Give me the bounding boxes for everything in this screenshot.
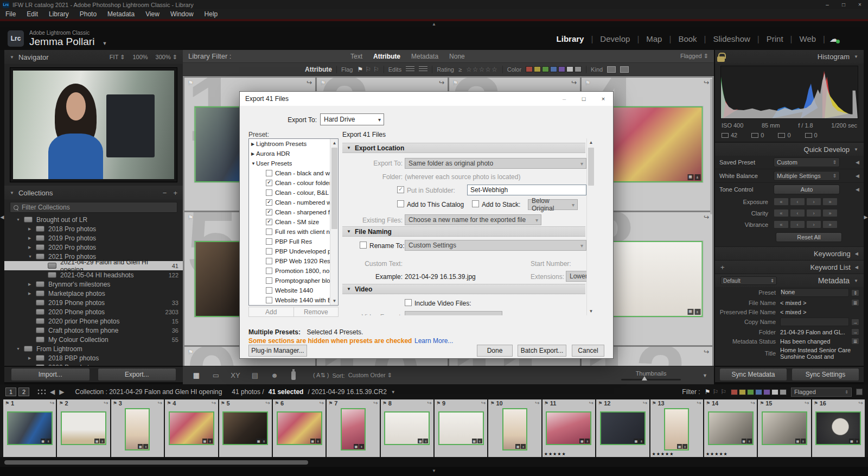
curl-badge-icon[interactable]: ↪ <box>859 400 863 406</box>
module-tab[interactable]: Slideshow <box>706 34 757 43</box>
rating-stars[interactable]: ★★★★★ <box>706 452 728 456</box>
increase-button[interactable]: › <box>806 209 821 217</box>
scrollbar-thumb[interactable] <box>331 148 337 229</box>
collection-row[interactable]: ▼ From Lightroom <box>4 344 183 353</box>
scroll-down-icon[interactable]: ▼ <box>587 307 595 315</box>
filmstrip-thumbnail[interactable]: ⚑ 11 ↪ ▦± ★★★★★ <box>542 399 595 457</box>
collection-row[interactable]: ▶ Brynmor's milestones <box>4 280 183 289</box>
flag-icon[interactable]: ⚑ <box>188 79 194 87</box>
thumbnail-photo[interactable]: ▦± <box>169 411 214 445</box>
batch-export-button[interactable]: Batch Export... <box>518 345 566 357</box>
flag-icon[interactable]: ⚑ <box>188 214 194 221</box>
curl-badge-icon[interactable]: ↪ <box>265 400 270 406</box>
collection-row[interactable]: ▶ 2019 Pro photos <box>4 233 183 243</box>
color-swatch[interactable] <box>526 66 533 72</box>
color-swatch[interactable] <box>780 389 787 395</box>
collection-row[interactable]: 2020 prior Phone photos 15 <box>4 316 183 326</box>
preset-checkbox[interactable] <box>266 238 272 245</box>
menu-item[interactable]: Window <box>165 10 199 18</box>
color-swatch[interactable] <box>739 389 746 395</box>
color-swatch[interactable] <box>575 66 582 72</box>
current-file[interactable]: / 2021-04-29 16.15.39.CR2 <box>308 388 386 396</box>
keyword-list-header[interactable]: + Keyword List ◀ <box>715 260 864 274</box>
zoom-fit[interactable]: FIT ⇕ <box>110 54 125 61</box>
filter-preset-select[interactable]: Flagged ⇕ <box>680 53 709 60</box>
module-tab[interactable]: Book <box>671 34 704 43</box>
module-tab[interactable]: Web <box>793 34 824 43</box>
minimize-icon[interactable]: – <box>819 0 835 9</box>
collections-header[interactable]: ▼ Collections − + <box>4 186 183 200</box>
zoom-300[interactable]: 300% ⇕ <box>156 54 177 61</box>
disclosure-triangle-icon[interactable]: ▼ <box>16 347 24 351</box>
flag-rejected-icon[interactable]: ⚐ <box>720 388 726 396</box>
collection-row[interactable]: ▼ Brought out of LR <box>4 215 183 224</box>
curl-badge-icon[interactable]: ↪ <box>704 213 709 221</box>
curl-badge-icon[interactable]: ↪ <box>643 400 647 406</box>
collection-row[interactable]: Craft photos from phone 36 <box>4 326 183 335</box>
rating-stars[interactable]: ★★★★★ <box>652 452 674 456</box>
preset-item[interactable]: Website 1440 with B... <box>249 295 338 305</box>
preset-checkbox[interactable] <box>266 287 272 294</box>
preset-checkbox[interactable] <box>266 219 272 225</box>
decrease-large-button[interactable]: « <box>774 220 789 229</box>
flag-icon[interactable]: ⚑ <box>59 401 63 406</box>
module-tab[interactable]: Library <box>550 34 591 43</box>
thumbnail-photo[interactable]: ▦± <box>125 408 150 450</box>
breadcrumb[interactable]: Collection : 2021-04-29 Falon and Glen H… <box>75 388 222 396</box>
filmstrip-thumbnail[interactable]: ⚑ 10 ↪ ▦± <box>488 399 541 457</box>
decrease-button[interactable]: ‹ <box>790 209 805 217</box>
metadata-value[interactable]: 21-04-29 Falon and GL.. <box>780 329 849 335</box>
preset-item[interactable]: Clean - numbered w ... <box>249 198 338 207</box>
filmstrip-thumbnail[interactable]: ⚑ 1 ↪ ▦± <box>3 399 56 457</box>
metadata-view-select[interactable]: Default⇕ <box>720 276 777 285</box>
metadata-action-icon[interactable]: ⇕ <box>851 289 859 296</box>
menu-item[interactable]: File <box>0 10 21 18</box>
dialog-titlebar[interactable]: Export 41 Files – □ × <box>240 92 613 106</box>
thumbnail-photo[interactable]: ▦± <box>277 411 322 445</box>
filmstrip-thumbnail[interactable]: ⚑ 3 ↪ ▦± <box>111 399 164 457</box>
maximize-icon[interactable]: □ <box>835 0 852 9</box>
collection-row[interactable]: ▶ 2020 Pro photos <box>4 243 183 252</box>
thumbnail-photo[interactable]: ▦± <box>664 408 689 450</box>
zoom-100[interactable]: 100% <box>132 54 148 61</box>
menu-item[interactable]: View <box>140 10 165 18</box>
metadata-value[interactable]: < mixed > <box>780 309 859 315</box>
preset-item[interactable]: PBP Undeveloped pro... <box>249 246 338 256</box>
video-header[interactable]: ▼Video <box>342 284 585 294</box>
disclosure-triangle-icon[interactable]: ▶ <box>249 142 256 147</box>
sync-metadata-button[interactable]: Sync Metadata <box>719 368 787 381</box>
filmstrip-thumbnail[interactable]: ⚑ 9 ↪ ▦± <box>435 399 487 457</box>
scrollbar-thumb[interactable] <box>4 460 308 465</box>
flag-unflagged-icon[interactable]: ⚐ <box>712 388 718 396</box>
preset-item[interactable]: Website 1440 <box>249 285 338 295</box>
color-swatch[interactable] <box>747 389 754 395</box>
decrease-button[interactable]: ‹ <box>790 220 805 229</box>
curl-badge-icon[interactable]: ↪ <box>571 79 577 86</box>
flag-icon[interactable]: ⚑ <box>490 401 494 406</box>
flag-icon[interactable]: ⚑ <box>598 401 602 406</box>
disclosure-triangle-icon[interactable]: ▶ <box>28 245 36 250</box>
preset-item[interactable]: Clean - SM size <box>249 217 338 227</box>
preset-checkbox[interactable] <box>266 209 272 215</box>
preset-checkbox[interactable] <box>266 229 272 235</box>
cloud-sync-icon[interactable]: ☁ <box>829 34 838 44</box>
decrease-large-button[interactable]: « <box>774 198 789 206</box>
disclosure-triangle-icon[interactable]: ▶ <box>28 227 36 231</box>
left-panel-collapse[interactable]: ◀ <box>0 50 4 384</box>
preset-checkbox[interactable] <box>266 258 272 264</box>
preset-item[interactable]: Clean - colour folder,... <box>249 178 338 188</box>
color-swatch[interactable] <box>755 389 762 395</box>
flag-rejected-icon[interactable]: ⚐ <box>373 66 379 73</box>
export-button[interactable]: Export... <box>98 368 177 381</box>
metadata-value[interactable]: Home Instead Senior Care Sunshine Coast … <box>780 347 859 360</box>
curl-badge-icon[interactable]: ↪ <box>307 79 312 86</box>
preset-item[interactable]: Promptographer blog... <box>249 276 338 285</box>
done-button[interactable]: Done <box>477 345 513 357</box>
collection-row[interactable]: 2021-04-29 Falon and Glen HI opening 41 <box>4 261 183 270</box>
histogram-graph[interactable] <box>720 66 858 119</box>
flag-icon[interactable]: ⚑ <box>544 401 548 406</box>
increase-button[interactable]: › <box>806 198 821 206</box>
increase-button[interactable]: › <box>806 220 821 229</box>
rename-to-checkbox[interactable] <box>360 242 367 249</box>
compare-view-icon[interactable]: XY <box>228 371 242 380</box>
